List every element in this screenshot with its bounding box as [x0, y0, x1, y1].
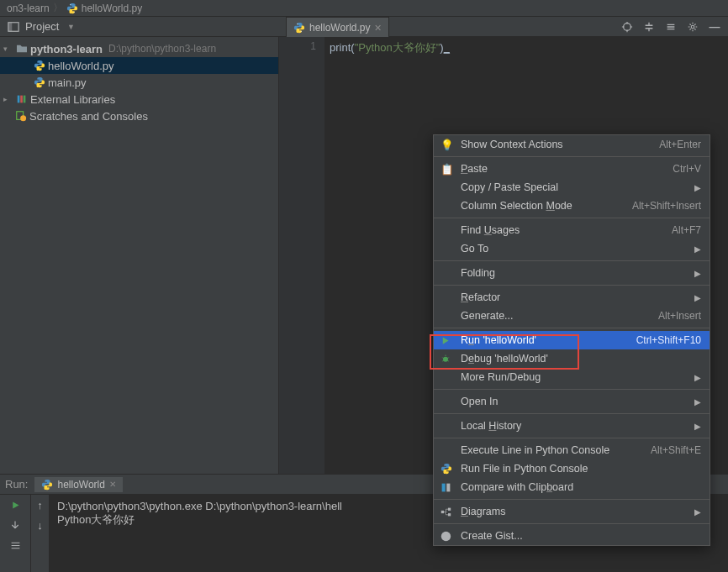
chevron-down-icon[interactable]: ▾: [3, 45, 13, 53]
svg-point-0: [70, 3, 71, 4]
project-label[interactable]: Project: [25, 20, 59, 33]
menu-run-file-console[interactable]: Run File in Python Console: [434, 459, 710, 478]
svg-rect-16: [441, 510, 444, 512]
gear-icon[interactable]: [686, 20, 699, 34]
menu-generate[interactable]: Generate...Alt+Insert: [434, 307, 710, 325]
scratch-label: Scratches and Consoles: [29, 110, 148, 123]
file-name: main.py: [48, 76, 87, 89]
submenu-arrow-icon: ▶: [694, 507, 701, 517]
run-tab-label: helloWorld: [57, 479, 104, 491]
menu-compare-clipboard[interactable]: Compare with Clipboard: [434, 478, 710, 496]
menu-local-history[interactable]: Local History▶: [434, 417, 710, 435]
svg-rect-14: [442, 483, 446, 491]
library-icon: [16, 93, 28, 105]
svg-point-12: [20, 115, 26, 121]
menu-more-run-debug[interactable]: More Run/Debug▶: [434, 368, 710, 386]
diagram-icon: [440, 506, 454, 517]
editor-gutter: 1: [279, 37, 324, 474]
scratch-icon: [15, 110, 27, 122]
menu-goto[interactable]: Go To▶: [434, 239, 710, 258]
svg-rect-3: [8, 22, 12, 31]
chevron-right-icon[interactable]: ▸: [3, 95, 13, 103]
bug-icon: [440, 354, 454, 364]
svg-point-7: [301, 31, 302, 32]
layout-icon[interactable]: [8, 538, 22, 552]
submenu-arrow-icon: ▶: [694, 422, 701, 431]
menu-paste[interactable]: 📋PasteCtrl+V: [434, 160, 710, 178]
editor-tab[interactable]: helloWorld.py ✕: [286, 17, 389, 39]
tree-scratches[interactable]: Scratches and Consoles: [0, 108, 278, 124]
menu-copy-paste-special[interactable]: Copy / Paste Special▶: [434, 178, 710, 197]
submenu-arrow-icon: ▶: [694, 269, 701, 278]
rerun-icon[interactable]: [8, 498, 22, 512]
github-icon: [440, 531, 454, 542]
close-tab-icon[interactable]: ✕: [374, 23, 382, 34]
close-icon[interactable]: ✕: [109, 480, 116, 489]
root-path: D:\python\python3-learn: [108, 43, 216, 55]
menu-create-gist[interactable]: Create Gist...: [434, 527, 710, 545]
paste-icon: 📋: [440, 163, 454, 176]
hide-icon[interactable]: —: [708, 20, 721, 34]
play-icon: [440, 336, 454, 345]
svg-rect-8: [18, 96, 20, 103]
expand-icon[interactable]: [642, 20, 656, 34]
submenu-arrow-icon: ▶: [694, 373, 701, 382]
external-label: External Libraries: [30, 93, 115, 106]
breadcrumb-file[interactable]: helloWorld.py: [82, 3, 142, 14]
tree-external[interactable]: ▸ External Libraries: [0, 91, 278, 108]
root-name: python3-learn: [30, 43, 103, 55]
file-name: helloWorld.py: [48, 60, 114, 72]
up-icon[interactable]: ↑: [34, 498, 47, 512]
folder-icon: [16, 44, 28, 54]
svg-rect-15: [446, 483, 450, 491]
svg-point-19: [441, 531, 451, 540]
chevron-down-icon[interactable]: ▼: [64, 20, 77, 34]
svg-rect-17: [448, 507, 451, 510]
menu-column-selection[interactable]: Column Selection ModeAlt+Shift+Insert: [434, 197, 710, 215]
menu-find-usages[interactable]: Find UsagesAlt+F7: [434, 221, 710, 239]
menu-folding[interactable]: Folding▶: [434, 264, 710, 282]
context-menu: 💡Show Context ActionsAlt+Enter 📋PasteCtr…: [433, 134, 710, 546]
submenu-arrow-icon: ▶: [694, 397, 701, 407]
svg-point-13: [443, 357, 448, 362]
menu-open-in[interactable]: Open In▶: [434, 392, 710, 411]
target-icon[interactable]: [620, 20, 634, 34]
svg-rect-18: [448, 513, 451, 516]
down-icon[interactable]: ↓: [34, 518, 47, 532]
python-icon: [440, 463, 454, 475]
tree-root[interactable]: ▾ python3-learn D:\python\python3-learn: [0, 40, 278, 57]
submenu-arrow-icon: ▶: [694, 244, 701, 254]
python-icon: [293, 22, 305, 34]
menu-diagrams[interactable]: Diagrams▶: [434, 502, 710, 521]
stop-icon[interactable]: [8, 518, 22, 532]
menu-execute-line[interactable]: Execute Line in Python ConsoleAlt+Shift+…: [434, 441, 710, 459]
python-icon: [41, 479, 53, 491]
diff-icon: [440, 482, 454, 493]
python-icon: [34, 76, 45, 88]
svg-point-6: [297, 24, 298, 24]
svg-rect-9: [20, 96, 23, 103]
svg-point-1: [73, 12, 74, 13]
python-icon: [34, 60, 45, 71]
bulb-icon: 💡: [440, 139, 454, 151]
console-toolbar: [0, 495, 30, 572]
submenu-arrow-icon: ▶: [694, 293, 701, 302]
project-pane-icon[interactable]: [7, 20, 20, 34]
line-number: 1: [279, 40, 316, 52]
tree-file-selected[interactable]: helloWorld.py: [0, 57, 278, 74]
project-tree[interactable]: ▾ python3-learn D:\python\python3-learn …: [0, 37, 279, 474]
tab-label: helloWorld.py: [309, 22, 370, 34]
menu-debug[interactable]: Debug 'helloWorld': [434, 349, 710, 368]
breadcrumb-project[interactable]: on3-learn: [7, 3, 50, 14]
run-tab[interactable]: helloWorld ✕: [34, 477, 122, 492]
menu-refactor[interactable]: Refactor▶: [434, 288, 710, 307]
menu-run[interactable]: Run 'helloWorld'Ctrl+Shift+F10: [434, 331, 710, 349]
breadcrumb: on3-learn 〉 helloWorld.py: [0, 0, 728, 17]
svg-point-4: [624, 23, 631, 30]
svg-rect-10: [24, 96, 26, 103]
run-label: Run:: [5, 478, 28, 491]
menu-show-context-actions[interactable]: 💡Show Context ActionsAlt+Enter: [434, 135, 710, 154]
collapse-icon[interactable]: [664, 20, 678, 34]
svg-point-5: [691, 25, 694, 29]
tree-file[interactable]: main.py: [0, 74, 278, 91]
